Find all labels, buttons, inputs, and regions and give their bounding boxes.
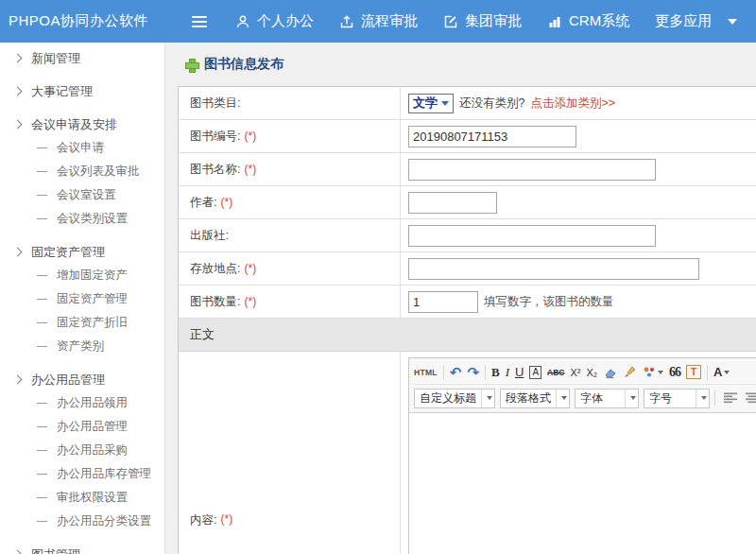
font-color-button[interactable]: A	[713, 365, 730, 379]
font-border-button[interactable]: A	[529, 366, 541, 379]
category-select[interactable]: 文学	[408, 94, 454, 113]
source-code-button[interactable]: HTML	[414, 368, 438, 377]
group-approval-icon	[443, 14, 458, 29]
sidebar-subitem[interactable]: 会议列表及审批	[0, 160, 164, 183]
sidebar-subitem[interactable]: 会议类别设置	[0, 207, 164, 231]
menu-icon[interactable]	[192, 13, 207, 30]
add-category-link[interactable]: 点击添加类别>>	[530, 95, 615, 112]
dash-icon	[37, 450, 47, 451]
dash-icon	[37, 195, 47, 196]
sidebar-subitem[interactable]: 会议申请	[0, 136, 164, 160]
nav-group-approval[interactable]: 集团审批	[443, 12, 522, 30]
sidebar-subitem[interactable]: 办公用品库存管理	[0, 462, 164, 486]
book-name-input[interactable]	[408, 159, 656, 181]
undo-icon[interactable]: ↶	[450, 365, 462, 379]
location-input[interactable]	[408, 258, 699, 280]
sidebar-subitem[interactable]: 会议室设置	[0, 183, 164, 207]
font-family-dropdown[interactable]: 字体	[575, 389, 639, 408]
bold-button[interactable]: B	[491, 365, 500, 380]
caret-down-icon	[625, 390, 638, 407]
top-navigation: 个人办公 流程审批 集团审批 CRM系统 更多应用	[235, 12, 737, 30]
nav-process-approval[interactable]: 流程审批	[339, 12, 418, 30]
underline-button[interactable]: U	[515, 365, 524, 379]
dash-icon	[37, 474, 47, 475]
paragraph-format-dropdown[interactable]: 段落格式	[500, 389, 570, 408]
chevron-right-icon	[13, 248, 23, 257]
nav-label: 更多应用	[655, 12, 712, 30]
sidebar-item-news[interactable]: 新闻管理	[0, 46, 164, 70]
nav-label: CRM系统	[569, 12, 629, 30]
quantity-hint: 填写数字，该图书的数量	[484, 294, 614, 310]
app-window: PHPOA协同办公软件 个人办公 流程审批 集团审批 CRM系统 更多应用	[0, 0, 756, 554]
dash-icon	[37, 275, 47, 276]
caret-down-icon	[724, 371, 730, 374]
add-icon	[185, 59, 198, 71]
sidebar-subitem[interactable]: 办公用品分类设置	[0, 510, 164, 533]
nav-crm[interactable]: CRM系统	[547, 12, 629, 30]
app-logo: PHPOA协同办公软件	[0, 12, 165, 30]
user-icon	[235, 14, 250, 29]
redo-icon[interactable]: ↷	[467, 365, 479, 379]
dash-icon	[37, 171, 47, 172]
dash-icon	[37, 497, 47, 498]
sidebar-subitem[interactable]: 固定资产管理	[0, 287, 164, 311]
font-size-dropdown[interactable]: 字号	[644, 389, 710, 408]
sidebar-item-assets[interactable]: 固定资产管理	[0, 240, 164, 264]
eraser-icon[interactable]	[603, 366, 617, 379]
chevron-right-icon	[13, 375, 23, 385]
insert-table-button[interactable]: T	[686, 365, 701, 379]
caret-down-icon	[556, 390, 569, 407]
bar-chart-icon	[547, 14, 562, 29]
sidebar-subitem[interactable]: 资产类别	[0, 335, 164, 358]
sidebar-item-events[interactable]: 大事记管理	[0, 79, 164, 103]
sidebar-subitem[interactable]: 办公用品采购	[0, 439, 164, 462]
align-center-icon[interactable]	[746, 392, 756, 404]
custom-title-dropdown[interactable]: 自定义标题	[414, 389, 495, 408]
sidebar-item-books[interactable]: 图书管理	[0, 543, 164, 554]
dash-icon	[37, 322, 47, 323]
caret-down-icon	[696, 390, 709, 407]
section-header-body: 正文	[179, 319, 756, 352]
form-row-book-name: 图书名称:(*)	[179, 153, 756, 186]
align-left-icon[interactable]	[724, 392, 738, 404]
nav-personal-office[interactable]: 个人办公	[235, 12, 314, 30]
publisher-input[interactable]	[408, 225, 656, 247]
book-no-input[interactable]	[408, 126, 576, 147]
strikethrough-button[interactable]: ABC	[547, 368, 564, 377]
auto-typeset-icon[interactable]	[643, 366, 663, 378]
sidebar-subitem[interactable]: 审批权限设置	[0, 486, 164, 510]
sidebar-item-supplies[interactable]: 办公用品管理	[0, 368, 164, 391]
quantity-input[interactable]	[408, 291, 478, 313]
italic-button[interactable]: I	[506, 365, 509, 380]
dash-icon	[37, 147, 47, 148]
form-row-location: 存放地点:(*)	[179, 252, 756, 286]
process-approval-icon	[339, 14, 354, 29]
main-content: 图书信息发布 图书类目: 文学 还没有类别? 点击添加类别>> 图书编号:(*)	[165, 43, 756, 554]
sidebar-subitem[interactable]: 固定资产折旧	[0, 311, 164, 335]
caret-down-icon	[441, 101, 449, 106]
category-note: 还没有类别?	[459, 95, 524, 112]
format-brush-icon[interactable]	[623, 366, 637, 379]
dash-icon	[37, 426, 47, 427]
sidebar: 新闻管理 大事记管理 会议申请及安排 会议申请 会议列表及审批 会议室设置 会议…	[0, 43, 165, 554]
nav-label: 个人办公	[257, 12, 314, 30]
sidebar-subitem[interactable]: 增加固定资产	[0, 264, 164, 287]
chevron-right-icon	[13, 87, 23, 96]
blockquote-button[interactable]: 66	[669, 365, 680, 380]
editor-content-area[interactable]	[409, 413, 756, 554]
caret-down-icon	[728, 19, 737, 25]
subscript-button[interactable]: X₂	[586, 367, 597, 378]
topbar: PHPOA协同办公软件 个人办公 流程审批 集团审批 CRM系统 更多应用	[0, 0, 756, 43]
caret-down-icon	[481, 390, 494, 407]
rich-text-editor: HTML ↶ ↷ B I U A ABC X²	[408, 357, 756, 554]
superscript-button[interactable]: X²	[570, 367, 580, 378]
sidebar-subitem[interactable]: 办公用品管理	[0, 415, 164, 439]
dash-icon	[37, 403, 47, 404]
nav-label: 流程审批	[361, 12, 418, 30]
form-row-publisher: 出版社:	[179, 219, 756, 252]
dash-icon	[37, 521, 47, 522]
sidebar-subitem[interactable]: 办公用品领用	[0, 391, 164, 415]
author-input[interactable]	[408, 192, 497, 214]
nav-more-apps[interactable]: 更多应用	[655, 12, 737, 30]
sidebar-item-meeting[interactable]: 会议申请及安排	[0, 113, 164, 136]
